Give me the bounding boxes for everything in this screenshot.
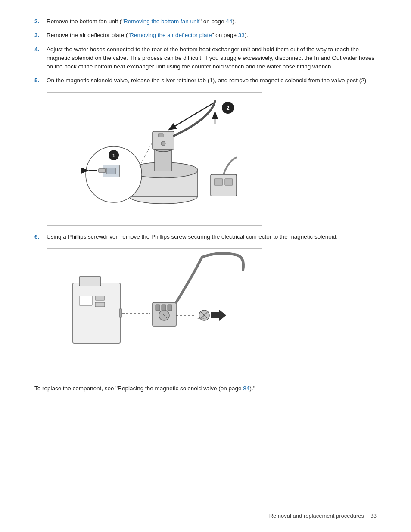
diagram-1-svg: 2 1 (47, 93, 262, 225)
step-num-3: 3. (34, 31, 47, 40)
svg-rect-30 (119, 309, 122, 317)
link-air-deflector[interactable]: Removing the air deflector plate (130, 32, 212, 38)
step-num-4: 4. (34, 45, 47, 72)
svg-text:1: 1 (112, 153, 115, 158)
diagram-1: 2 1 (47, 92, 262, 226)
diagram-2-svg (47, 249, 262, 377)
svg-rect-36 (156, 305, 160, 311)
step-text-6: Using a Phillips screwdriver, remove the… (47, 233, 377, 241)
footer-text: To replace the component, see "Replacing… (34, 384, 377, 393)
footer-label: Removal and replacement procedures (269, 513, 364, 519)
diagram-2 (47, 248, 262, 377)
link-page-84[interactable]: 84 (243, 385, 249, 392)
svg-rect-21 (214, 179, 223, 185)
svg-rect-26 (79, 277, 101, 286)
svg-rect-4 (155, 149, 172, 171)
svg-rect-14 (106, 168, 116, 174)
svg-rect-28 (95, 296, 105, 300)
footer-page: 83 (371, 513, 377, 519)
step-5: 5. On the magnetic solenoid valve, relea… (34, 76, 377, 85)
svg-rect-27 (79, 296, 92, 305)
svg-rect-25 (73, 283, 120, 343)
link-page-33[interactable]: 33 (238, 32, 245, 38)
svg-rect-7 (158, 134, 163, 137)
step-text-3: Remove the air deflector plate ("Removin… (47, 31, 377, 40)
svg-rect-37 (162, 305, 166, 311)
step-6: 6. Using a Phillips screwdriver, remove … (34, 233, 377, 241)
step-num-2: 2. (34, 17, 47, 26)
svg-point-8 (161, 141, 165, 146)
step-text-4: Adjust the water hoses connected to the … (47, 45, 377, 72)
page-footer: Removal and replacement procedures 83 (269, 513, 377, 519)
step-3: 3. Remove the air deflector plate ("Remo… (34, 31, 377, 40)
link-bottom-fan-unit[interactable]: Removing the bottom fan unit (124, 18, 199, 25)
step-text-2: Remove the bottom fan unit ("Removing th… (47, 17, 377, 26)
step-num-5: 5. (34, 76, 47, 85)
step-text-5: On the magnetic solenoid valve, release … (47, 76, 377, 85)
step-2: 2. Remove the bottom fan unit ("Removing… (34, 17, 377, 26)
svg-text:2: 2 (226, 105, 229, 111)
step-num-6: 6. (34, 233, 47, 241)
svg-rect-38 (168, 305, 172, 311)
svg-rect-29 (95, 302, 105, 307)
svg-rect-15 (99, 169, 106, 172)
step-4: 4. Adjust the water hoses connected to t… (34, 45, 377, 72)
svg-rect-22 (225, 179, 233, 185)
link-page-44[interactable]: 44 (226, 18, 232, 25)
